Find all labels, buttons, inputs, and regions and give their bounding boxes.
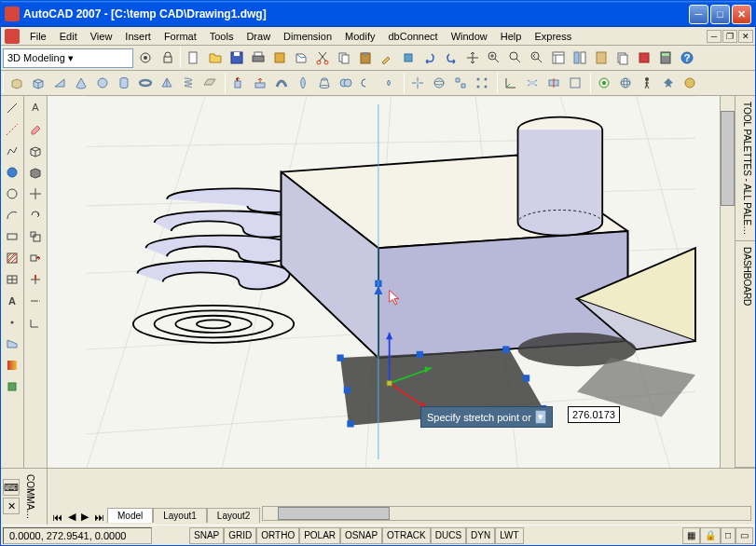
trim-tool[interactable] — [25, 269, 46, 290]
dropdown-icon[interactable]: ▾ — [535, 410, 546, 424]
wedge-button[interactable] — [49, 73, 70, 93]
mdi-close[interactable]: ✕ — [738, 30, 753, 43]
point-tool[interactable] — [2, 312, 22, 333]
3d-rotate-button[interactable] — [429, 73, 449, 93]
paste-button[interactable] — [355, 48, 376, 68]
menu-file[interactable]: File — [23, 29, 53, 44]
ortho-toggle[interactable]: ORTHO — [256, 527, 299, 544]
extend-tool[interactable] — [25, 291, 46, 311]
free-orbit-button[interactable] — [615, 73, 636, 93]
lwt-toggle[interactable]: LWT — [495, 527, 523, 544]
status-tray-icon[interactable]: ▦ — [682, 527, 700, 544]
menu-dbconnect[interactable]: dbConnect — [381, 29, 444, 44]
horizontal-scrollbar[interactable] — [262, 506, 751, 521]
copy-button[interactable] — [334, 48, 354, 68]
workspace-settings-button[interactable] — [135, 48, 156, 68]
command-keyboard-icon[interactable]: ⌨ — [3, 479, 20, 496]
status-maximize-icon[interactable]: □ — [721, 527, 735, 544]
walk-button[interactable] — [637, 73, 657, 93]
construction-line-tool[interactable] — [2, 119, 22, 140]
vertical-scrollbar[interactable] — [720, 96, 735, 468]
menu-help[interactable]: Help — [494, 29, 529, 44]
box-button[interactable] — [28, 73, 48, 93]
extrude-button[interactable] — [228, 73, 249, 93]
grid-toggle[interactable]: GRID — [224, 527, 256, 544]
tab-nav-last[interactable]: ⏭ — [91, 512, 107, 523]
block-editor-button[interactable] — [398, 48, 419, 68]
mdi-minimize[interactable]: ─ — [707, 30, 722, 43]
rectangle-tool[interactable] — [2, 226, 22, 247]
tab-model[interactable]: Model — [107, 508, 153, 523]
dynamic-input[interactable]: 276.0173 — [568, 406, 620, 423]
help-button[interactable]: ? — [677, 48, 697, 68]
workspace-selector[interactable]: 3D Modeling ▾ — [3, 48, 133, 68]
open-button[interactable] — [205, 48, 226, 68]
save-button[interactable] — [227, 48, 247, 68]
pan-button[interactable] — [462, 48, 483, 68]
revolve-button[interactable] — [293, 73, 313, 93]
visual-styles-button[interactable] — [680, 73, 700, 93]
slice-button[interactable] — [543, 73, 564, 93]
3d-array-button[interactable] — [472, 73, 492, 93]
coordinates-display[interactable]: 0.0000, 272.9541, 0.0000 — [3, 527, 152, 544]
snap-toggle[interactable]: SNAP — [189, 527, 224, 544]
sphere-tool[interactable] — [2, 162, 22, 183]
publish-button[interactable] — [291, 48, 311, 68]
drawing-viewport[interactable] — [48, 96, 735, 468]
presspull-button[interactable] — [250, 73, 270, 93]
menu-edit[interactable]: Edit — [53, 29, 84, 44]
intersect-button[interactable] — [378, 73, 399, 93]
zoom-window-button[interactable] — [505, 48, 526, 68]
tool-palettes-button[interactable] — [591, 48, 612, 68]
solid-box-tool[interactable] — [25, 162, 46, 183]
drawing-canvas[interactable]: Specify stretch point or ▾ 276.0173 — [48, 96, 735, 468]
union-button[interactable] — [336, 73, 356, 93]
arc-tool[interactable] — [2, 205, 22, 225]
design-center-button[interactable] — [570, 48, 590, 68]
menu-window[interactable]: Window — [445, 29, 494, 44]
dyn-toggle[interactable]: DYN — [466, 527, 495, 544]
plot-preview-button[interactable] — [269, 48, 290, 68]
flatshot-button[interactable] — [565, 73, 585, 93]
qcalc-button[interactable] — [655, 48, 676, 68]
tool-palettes-panel[interactable]: TOOL PALETTES - ALL PALE… — [735, 96, 755, 241]
planar-surface-button[interactable] — [199, 73, 220, 93]
clean-screen-button[interactable]: ▭ — [735, 527, 753, 544]
block-tool[interactable] — [2, 376, 22, 397]
workspace-lock-button[interactable] — [158, 48, 178, 68]
table-tool[interactable] — [2, 269, 22, 290]
cylinder-button[interactable] — [114, 73, 134, 93]
close-button[interactable]: ✕ — [732, 5, 751, 24]
maximize-button[interactable]: □ — [710, 5, 730, 24]
tab-layout1[interactable]: Layout1 — [153, 508, 207, 523]
erase-tool[interactable] — [25, 119, 46, 140]
sphere-button[interactable] — [92, 73, 113, 93]
polysolid-button[interactable] — [7, 73, 27, 93]
mtext-tool[interactable]: A — [2, 291, 22, 311]
redo-button[interactable] — [441, 48, 461, 68]
3d-move-button[interactable] — [407, 73, 428, 93]
wireframe-box-tool[interactable] — [25, 141, 46, 161]
polyline-tool[interactable] — [2, 141, 22, 161]
ucs-button[interactable] — [501, 73, 521, 93]
circle-tool[interactable] — [2, 184, 22, 204]
osnap-toggle[interactable]: OSNAP — [340, 527, 382, 544]
plot-button[interactable] — [248, 48, 268, 68]
helix-button[interactable] — [178, 73, 199, 93]
hatch-tool[interactable] — [2, 248, 22, 268]
mdi-restore[interactable]: ❐ — [722, 30, 737, 43]
menu-dimension[interactable]: Dimension — [277, 29, 338, 44]
scale-tool[interactable] — [25, 226, 46, 247]
tab-nav-next[interactable]: ▶ — [78, 511, 91, 523]
match-prop-button[interactable] — [377, 48, 397, 68]
menu-draw[interactable]: Draw — [240, 29, 277, 44]
new-button[interactable] — [184, 48, 204, 68]
otrack-toggle[interactable]: OTRACK — [382, 527, 431, 544]
tab-nav-first[interactable]: ⏮ — [49, 512, 65, 523]
menu-modify[interactable]: Modify — [338, 29, 381, 44]
constrained-orbit-button[interactable] — [594, 73, 614, 93]
region-tool[interactable] — [2, 334, 22, 354]
command-close-icon[interactable]: ✕ — [3, 498, 20, 514]
tab-nav-prev[interactable]: ◀ — [65, 511, 78, 523]
status-lock-icon[interactable]: 🔒 — [700, 527, 721, 544]
